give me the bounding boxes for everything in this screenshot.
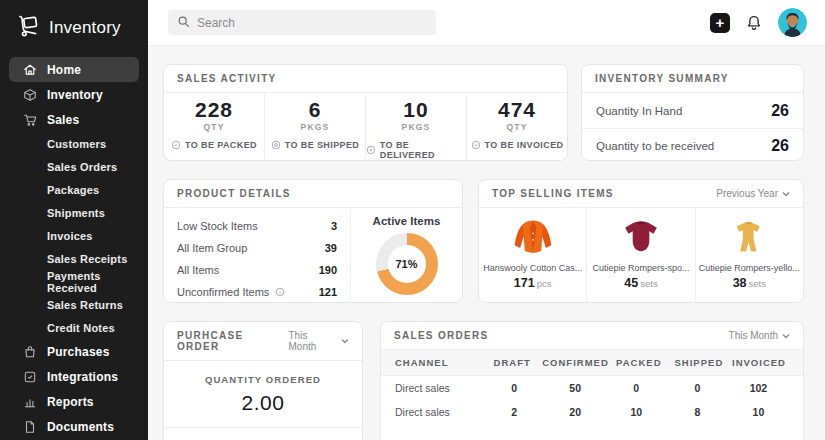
metric-to-be-delivered[interactable]: 10 PKGS TO BE DELIVERED <box>366 93 467 161</box>
row-label: Quantity In Hand <box>596 105 682 117</box>
metric-label: TO BE PACKED <box>171 140 257 150</box>
cell: 0 <box>667 382 728 394</box>
info-icon[interactable] <box>275 287 285 297</box>
metric-to-be-shipped[interactable]: 6 PKGS TO BE SHIPPED <box>265 93 366 161</box>
sidebar-item-label: Invoices <box>47 230 93 242</box>
sidebar-item-integrations[interactable]: Integrations <box>9 364 139 389</box>
maroon-romper-image <box>616 214 666 260</box>
metric-label: TO BE INVOICED <box>471 140 564 150</box>
sidebar-item-shipments[interactable]: Shipments <box>0 201 148 224</box>
sidebar-item-payments-received[interactable]: Payments Received <box>0 270 148 293</box>
topbar: + <box>148 0 825 46</box>
item-qty: 45sets <box>624 276 657 290</box>
cell: 102 <box>728 382 789 394</box>
card-title: SALES ORDERS <box>394 330 489 341</box>
period-selector[interactable]: Previous Year <box>716 188 790 199</box>
document-icon <box>22 420 37 434</box>
sidebar-item-label: Packages <box>47 184 99 196</box>
quantity-ordered-label: QUANTITY ORDERED <box>205 374 321 385</box>
period-selector[interactable]: This Month <box>288 330 349 352</box>
cell: Direct sales <box>395 406 484 418</box>
item-qty: 171pcs <box>514 276 552 290</box>
handtruck-logo-icon <box>15 13 41 43</box>
search-box[interactable] <box>168 10 436 35</box>
sidebar-item-home[interactable]: Home <box>9 57 139 82</box>
inventory-summary-row: Quantity In Hand 26 <box>582 93 803 128</box>
sidebar-item-label: Inventory <box>47 88 103 102</box>
item-qty: 38sets <box>733 276 766 290</box>
sidebar-item-purchases[interactable]: Purchases <box>9 339 139 364</box>
column-header: CHANNEL <box>395 357 482 368</box>
cell: 20 <box>545 406 606 418</box>
table-header-row: CHANNEL DRAFT CONFIRMED PACKED SHIPPED I… <box>381 350 803 376</box>
top-item-2[interactable]: Cutiepie Rompers-spo... 45sets <box>587 208 695 303</box>
metric-to-be-packed[interactable]: 228 QTY TO BE PACKED <box>164 93 265 161</box>
inventory-summary-card: INVENTORY SUMMARY Quantity In Hand 26 Qu… <box>581 64 804 161</box>
sidebar-item-sales-receipts[interactable]: Sales Receipts <box>0 247 148 270</box>
cell: 0 <box>484 382 545 394</box>
top-item-3[interactable]: Cutiepie Rompers-yello... 38sets <box>696 208 803 303</box>
item-name: Cutiepie Rompers-spo... <box>592 263 689 273</box>
metric-to-be-invoiced[interactable]: 474 QTY TO BE INVOICED <box>467 93 567 161</box>
cell: 0 <box>606 382 667 394</box>
sidebar-item-sales-returns[interactable]: Sales Returns <box>0 293 148 316</box>
all-item-group-row[interactable]: All Item Group 39 <box>177 237 337 259</box>
row-value: 121 <box>319 286 337 298</box>
sidebar-item-label: Documents <box>47 420 114 434</box>
orange-cardigan-image <box>505 214 561 260</box>
card-title: PRODUCT DETAILS <box>177 188 291 199</box>
card-title: INVENTORY SUMMARY <box>595 73 729 84</box>
user-avatar[interactable] <box>778 8 807 37</box>
row-value: 26 <box>771 137 789 155</box>
sidebar-item-sales[interactable]: Sales <box>9 107 139 132</box>
unconfirmed-items-row[interactable]: Unconfirmed Items 121 <box>177 281 337 303</box>
bag-icon <box>22 345 37 359</box>
sidebar-item-label: Sales <box>47 113 79 127</box>
quick-add-button[interactable]: + <box>710 13 730 33</box>
cell: 2 <box>484 406 545 418</box>
sidebar-item-sales-orders[interactable]: Sales Orders <box>0 155 148 178</box>
cell: 50 <box>545 382 606 394</box>
purchase-order-card: PURHCASE ORDER This Month QUANTITY ORDER… <box>163 321 363 440</box>
sidebar-item-documents[interactable]: Documents <box>9 414 139 439</box>
donut-percent: 71% <box>376 233 438 295</box>
integrations-icon <box>22 370 37 384</box>
search-input[interactable] <box>197 16 427 30</box>
sidebar-item-label: Sales Orders <box>47 161 117 173</box>
sidebar-item-inventory[interactable]: Inventory <box>9 82 139 107</box>
product-details-card: PRODUCT DETAILS Low Stock Items 3 All It… <box>163 179 463 303</box>
sidebar-item-customers[interactable]: Customers <box>0 132 148 155</box>
row-value: 39 <box>325 242 337 254</box>
sidebar: Inventory Home Inventory Sales Customers… <box>0 0 148 440</box>
metric-value: 6 <box>309 98 322 121</box>
home-icon <box>22 63 37 77</box>
circle-check-icon <box>271 140 281 150</box>
row-label: All Items <box>177 264 219 276</box>
sidebar-item-label: Payments Received <box>47 270 148 294</box>
row-value: 190 <box>319 264 337 276</box>
low-stock-items-row[interactable]: Low Stock Items 3 <box>177 215 337 237</box>
sidebar-item-reports[interactable]: Reports <box>9 389 139 414</box>
row-value: 3 <box>331 220 337 232</box>
search-icon <box>177 14 190 32</box>
sidebar-item-label: Sales Receipts <box>47 253 127 265</box>
cell: Direct sales <box>395 382 484 394</box>
metric-label: TO BE SHIPPED <box>271 140 360 150</box>
column-header: PACKED <box>609 357 669 368</box>
item-name: Cutiepie Rompers-yello... <box>699 263 800 273</box>
all-items-row[interactable]: All Items 190 <box>177 259 337 281</box>
sidebar-item-label: Home <box>47 63 81 77</box>
circle-check-icon <box>471 140 481 150</box>
sidebar-item-credit-notes[interactable]: Credit Notes <box>0 316 148 339</box>
card-title: SALES ACTIVITY <box>177 73 277 84</box>
cell: 10 <box>728 406 789 418</box>
chevron-down-icon <box>782 191 790 197</box>
metric-unit: PKGS <box>301 122 330 132</box>
sales-orders-table: CHANNEL DRAFT CONFIRMED PACKED SHIPPED I… <box>381 350 803 424</box>
top-item-1[interactable]: Hanswooly Cotton Cas... 171pcs <box>479 208 587 303</box>
sidebar-item-invoices[interactable]: Invoices <box>0 224 148 247</box>
notifications-bell-icon[interactable] <box>745 14 763 32</box>
sidebar-item-packages[interactable]: Packages <box>0 178 148 201</box>
column-header: DRAFT <box>482 357 542 368</box>
period-selector[interactable]: This Month <box>729 330 790 341</box>
